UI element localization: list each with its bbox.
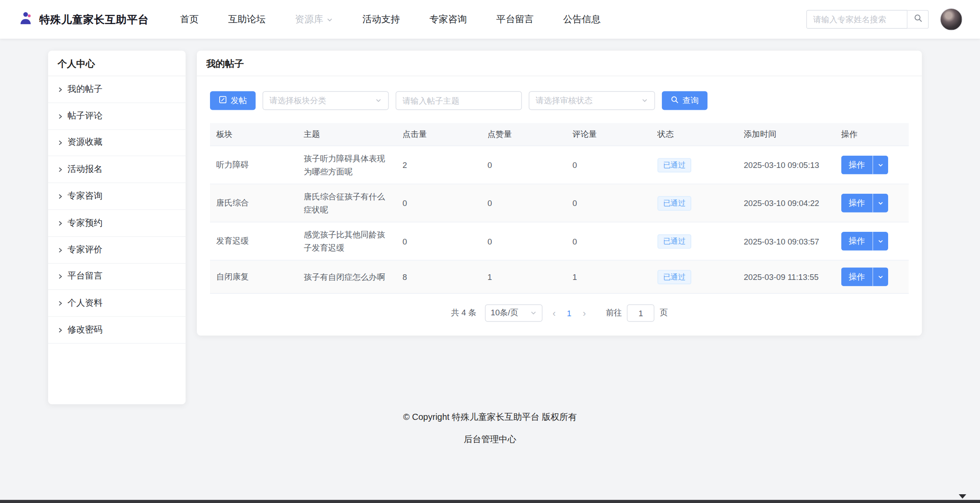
table-row: 自闭康复 孩子有自闭症怎么办啊 8 1 1 已通过 2025-03-09 11:… [210, 261, 909, 294]
personal-center-sidebar: 个人中心 我的帖子 帖子评论 资源收藏 活动报名 专家咨询 专家预约 专家评价 [48, 51, 186, 405]
new-post-button[interactable]: 发帖 [210, 91, 256, 110]
search-icon [914, 14, 922, 25]
user-avatar[interactable] [940, 8, 962, 31]
column-header: 操作 [835, 123, 908, 145]
cell-topic: 孩子听力障碍具体表现为哪些方面呢 [298, 146, 396, 184]
search-button[interactable] [907, 10, 929, 29]
action-dropdown-caret-icon[interactable] [872, 156, 888, 175]
chevron-right-icon [57, 298, 63, 308]
column-header: 状态 [651, 123, 738, 145]
cell-board: 自闭康复 [210, 261, 298, 293]
cell-clicks: 2 [396, 146, 481, 184]
chevron-right-icon [57, 191, 63, 201]
prev-page-icon[interactable]: ‹ [551, 308, 557, 318]
cell-action: 操作 [835, 184, 908, 222]
row-action-button[interactable]: 操作 [841, 156, 888, 175]
cell-time: 2025-03-10 09:04:22 [738, 184, 835, 222]
board-category-select[interactable]: 请选择板块分类 [262, 91, 389, 110]
table-row: 发育迟缓 感觉孩子比其他同龄孩子发育迟缓 0 0 0 已通过 2025-03-1… [210, 223, 909, 261]
action-dropdown-caret-icon[interactable] [872, 232, 888, 251]
brand-title: 特殊儿童家长互助平台 [39, 12, 149, 27]
posts-table: 板块 主题 点击量 点赞量 评论量 状态 添加时间 操作 听力障碍 孩子听力障碍… [210, 123, 909, 293]
cell-comments: 1 [566, 261, 651, 293]
cell-clicks: 0 [396, 223, 481, 260]
status-badge: 已通过 [658, 158, 691, 172]
cell-likes: 0 [481, 223, 566, 260]
table-header-row: 板块 主题 点击量 点赞量 评论量 状态 添加时间 操作 [210, 123, 909, 146]
cell-likes: 1 [481, 261, 566, 293]
copyright-text: © Copyright 特殊儿童家长互助平台 版权所有 [0, 412, 980, 423]
footer: © Copyright 特殊儿童家长互助平台 版权所有 后台管理中心 [0, 412, 980, 445]
row-action-button[interactable]: 操作 [841, 194, 888, 213]
row-action-button[interactable]: 操作 [841, 267, 888, 286]
cell-board: 唐氏综合 [210, 184, 298, 222]
cell-likes: 0 [481, 184, 566, 222]
sidebar-item-expert-appointment[interactable]: 专家预约 [48, 210, 186, 237]
column-header: 点击量 [396, 123, 481, 145]
goto-page-input[interactable] [627, 304, 654, 322]
admin-center-link[interactable]: 后台管理中心 [464, 434, 516, 446]
sidebar-item-change-password[interactable]: 修改密码 [48, 317, 186, 344]
chevron-right-icon [57, 84, 63, 94]
status-badge: 已通过 [658, 269, 691, 284]
cell-status: 已通过 [651, 184, 738, 222]
chevron-down-icon [641, 95, 648, 106]
my-posts-panel: 我的帖子 发帖 请选择板块分类 请选择审核状态 [197, 51, 922, 335]
cell-clicks: 8 [396, 261, 481, 293]
nav-item-platform-messages[interactable]: 平台留言 [496, 14, 534, 25]
column-header: 板块 [210, 123, 298, 145]
cell-topic: 感觉孩子比其他同龄孩子发育迟缓 [298, 223, 396, 260]
cell-clicks: 0 [396, 184, 481, 222]
cell-action: 操作 [835, 223, 908, 260]
nav-item-announcements[interactable]: 公告信息 [563, 14, 601, 25]
expert-search-input[interactable] [806, 10, 907, 29]
cell-status: 已通过 [651, 261, 738, 293]
chevron-right-icon [57, 245, 63, 255]
cell-board: 听力障碍 [210, 146, 298, 184]
sidebar-item-resource-favorites[interactable]: 资源收藏 [48, 130, 186, 157]
column-header: 主题 [298, 123, 396, 145]
sidebar-item-platform-messages[interactable]: 平台留言 [48, 263, 186, 290]
nav-item-expert-consult[interactable]: 专家咨询 [429, 14, 467, 25]
page-title: 我的帖子 [197, 51, 922, 77]
post-topic-input[interactable] [396, 91, 522, 110]
cell-action: 操作 [835, 146, 908, 184]
cell-topic: 孩子有自闭症怎么办啊 [298, 261, 396, 293]
table-row: 听力障碍 孩子听力障碍具体表现为哪些方面呢 2 0 0 已通过 2025-03-… [210, 146, 909, 184]
sidebar-item-activity-signup[interactable]: 活动报名 [48, 157, 186, 183]
query-button[interactable]: 查询 [662, 91, 707, 110]
audit-status-select[interactable]: 请选择审核状态 [529, 91, 655, 110]
search-icon [671, 96, 679, 106]
next-page-icon[interactable]: › [581, 308, 587, 318]
platform-logo-icon [18, 10, 34, 29]
cell-time: 2025-03-09 11:13:55 [738, 261, 835, 293]
cell-time: 2025-03-10 09:03:57 [738, 223, 835, 260]
row-action-button[interactable]: 操作 [841, 232, 888, 251]
status-badge: 已通过 [658, 196, 691, 210]
cell-status: 已通过 [651, 223, 738, 260]
action-dropdown-caret-icon[interactable] [872, 194, 888, 213]
sidebar-item-expert-consult[interactable]: 专家咨询 [48, 183, 186, 210]
sidebar-item-post-comments[interactable]: 帖子评论 [48, 103, 186, 129]
page-number-current[interactable]: 1 [566, 308, 573, 318]
top-navbar: 特殊儿童家长互助平台 首页 互助论坛 资源库 活动支持 专家咨询 平台留言 公告… [0, 0, 980, 39]
sidebar-item-expert-review[interactable]: 专家评价 [48, 237, 186, 263]
cell-comments: 0 [566, 223, 651, 260]
page-label: 页 [660, 307, 668, 319]
action-dropdown-caret-icon[interactable] [872, 267, 888, 286]
column-header: 评论量 [566, 123, 651, 145]
nav-item-home[interactable]: 首页 [180, 14, 199, 25]
brand[interactable]: 特殊儿童家长互助平台 [18, 10, 149, 29]
nav-item-activities[interactable]: 活动支持 [363, 14, 400, 25]
page-size-select[interactable]: 10条/页 [485, 304, 542, 322]
status-badge: 已通过 [658, 234, 691, 248]
chevron-right-icon [57, 164, 63, 175]
nav-item-forum[interactable]: 互助论坛 [228, 14, 266, 25]
cell-comments: 0 [566, 146, 651, 184]
page: 特殊儿童家长互助平台 首页 互助论坛 资源库 活动支持 专家咨询 平台留言 公告… [0, 0, 980, 503]
nav-item-resources[interactable]: 资源库 [295, 14, 333, 25]
expert-search-group [806, 10, 929, 29]
chevron-right-icon [57, 111, 63, 121]
sidebar-item-profile[interactable]: 个人资料 [48, 290, 186, 317]
sidebar-item-my-posts[interactable]: 我的帖子 [48, 76, 186, 103]
